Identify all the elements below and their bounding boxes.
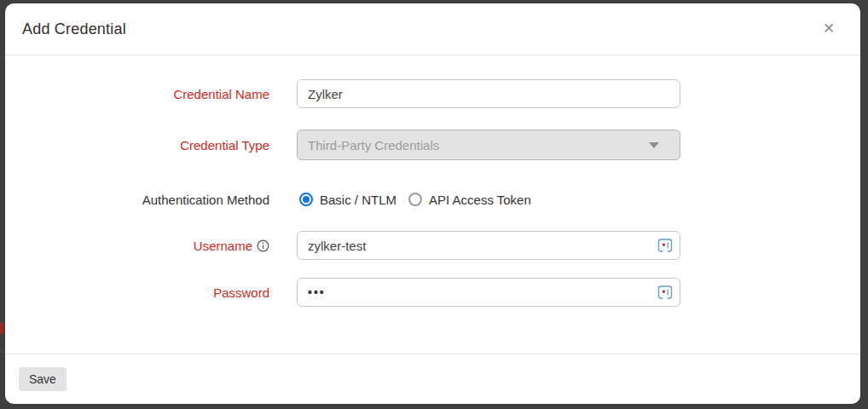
radio-label: Basic / NTLM: [320, 193, 396, 207]
dialog-body: Credential Name Credential Type Third-Pa…: [5, 55, 860, 307]
credential-name-label: Credential Name: [5, 87, 269, 101]
radio-option-api-access-token[interactable]: API Access Token: [408, 193, 531, 207]
radio-selected-icon[interactable]: [299, 193, 313, 206]
insert-variable-badge-icon[interactable]: [657, 284, 674, 301]
dialog-title: Add Credential: [22, 20, 126, 38]
radio-unselected-icon[interactable]: [408, 193, 422, 206]
username-label: Username: [5, 239, 269, 253]
add-credential-dialog: Add Credential ✕ Credential Name Credent…: [5, 3, 860, 404]
password-input[interactable]: [297, 278, 680, 307]
dialog-header: Add Credential ✕: [5, 3, 860, 55]
auth-method-radio-group: Basic / NTLM API Access Token: [297, 193, 531, 207]
close-icon[interactable]: ✕: [818, 18, 840, 40]
username-row: Username: [5, 231, 860, 260]
authentication-method-row: Authentication Method Basic / NTLM API A…: [5, 185, 860, 214]
credential-type-select: Third-Party Credentials: [297, 130, 680, 160]
info-icon[interactable]: [257, 239, 269, 252]
save-button[interactable]: Save: [19, 367, 67, 391]
credential-type-row: Credential Type Third-Party Credentials: [5, 130, 860, 159]
insert-variable-badge-icon[interactable]: [657, 237, 674, 254]
clipped-background-text-artifact: [0, 323, 3, 334]
authentication-method-label: Authentication Method: [5, 193, 269, 207]
credential-name-row: Credential Name: [5, 79, 860, 108]
credential-type-value: Third-Party Credentials: [308, 138, 439, 153]
username-input[interactable]: [297, 231, 680, 260]
credential-type-label: Credential Type: [5, 138, 269, 153]
radio-option-basic-ntlm[interactable]: Basic / NTLM: [299, 193, 396, 207]
password-label: Password: [5, 285, 269, 300]
credential-name-input[interactable]: [297, 79, 680, 108]
dialog-footer: Save: [5, 354, 860, 404]
radio-label: API Access Token: [429, 193, 531, 207]
chevron-down-icon: [649, 142, 659, 148]
password-row: Password: [5, 278, 860, 307]
